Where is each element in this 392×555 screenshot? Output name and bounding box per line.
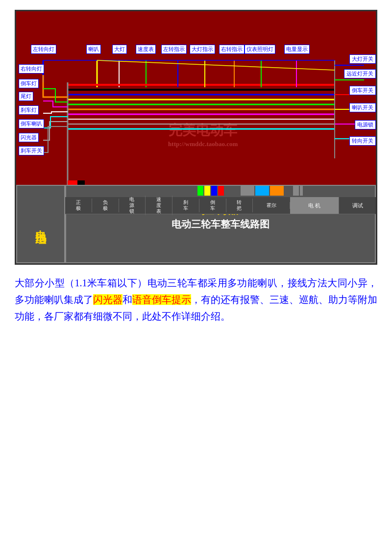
label-left-turn: 左转向灯 (31, 45, 56, 54)
label-right-indicator: 右转指示 (219, 45, 245, 54)
label-speedometer: 速度表 (136, 45, 156, 54)
label-dash-light: 仪表照明灯 (245, 45, 275, 54)
label-brake-light: 刹车灯 (19, 105, 39, 115)
label-horn: 喇叭 (86, 45, 101, 54)
label-right-turn: 右转向灯 (19, 64, 44, 74)
label-brake-switch: 刹车开关 (19, 146, 44, 155)
label-tail-light: 尾灯 (19, 92, 33, 101)
terminal-power: 电源锁 (119, 196, 146, 215)
terminal-negative: 负极 (92, 199, 119, 212)
controller-box: 控制器 电动三轮车整车线路图 (65, 185, 376, 263)
label-headlight-switch: 大灯开关 (349, 54, 376, 64)
battery-label: 电池组 (33, 221, 48, 227)
label-left-indicator: 左转指示 (161, 45, 187, 54)
label-horn-switch: 喇叭开关 (349, 103, 376, 112)
terminal-motor: 电 机 (290, 197, 340, 214)
terminal-hall: 霍尔 (253, 202, 290, 209)
highlight-flasher: 闪光器 (93, 294, 122, 305)
page-container: 完美电动车 http://wmddc.taobao.com (0, 0, 392, 334)
terminal-debug: 调试 (339, 202, 376, 209)
highlight-reverse-voice: 语音倒车提示 (132, 294, 191, 305)
label-headlight: 大灯 (112, 45, 127, 54)
terminal-throttle: 转把 (226, 199, 253, 212)
label-turn-switch: 转向开关 (349, 136, 376, 146)
terminal-speed: 速度表 (146, 196, 172, 215)
wiring-diagram: 完美电动车 http://wmddc.taobao.com (15, 10, 377, 265)
label-reverse-horn: 倒车喇叭 (19, 119, 44, 128)
label-power-lock: 电源锁 (355, 120, 376, 129)
svg-line-30 (97, 60, 335, 70)
battery-box: 电池组 (16, 185, 65, 263)
description: 大部分小型（1.1米车箱以下）电动三轮车都采用多功能喇叭，接线方法大同小异，多功… (15, 275, 377, 325)
label-reverse-switch: 倒车开关 (349, 86, 376, 95)
terminals-row: 正极 负极 电源锁 速度表 刹车 倒车 转把 霍尔 电 机 调试 (65, 197, 376, 214)
terminal-brake: 刹车 (172, 199, 199, 212)
label-battery-display: 电量显示 (284, 45, 310, 54)
controller-subtitle: 电动三轮车整车线路图 (66, 218, 375, 231)
label-reverse-light: 倒车灯 (19, 79, 39, 88)
label-flasher: 闪光器 (19, 133, 39, 142)
terminal-reverse: 倒车 (199, 199, 226, 212)
connector-blocks (197, 186, 303, 196)
label-headlight-indicator: 大灯指示 (190, 45, 215, 54)
terminal-positive: 正极 (65, 199, 92, 212)
label-hilow-switch: 远近灯开关 (344, 69, 376, 78)
